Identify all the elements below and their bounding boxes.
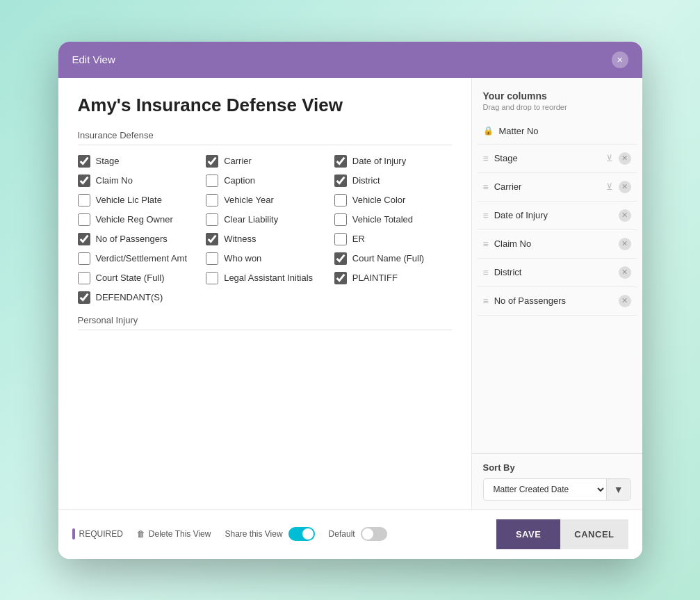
edit-view-modal: Edit View × Amy's Insurance Defense View… xyxy=(58,42,642,559)
checkbox-item-0-4[interactable]: Caption xyxy=(206,175,323,187)
drag-handle-icon[interactable]: ≡ xyxy=(483,295,489,307)
checkbox-0-10[interactable] xyxy=(206,213,218,226)
checkbox-label-0-11: Vehicle Totaled xyxy=(352,214,413,225)
checkbox-0-21[interactable] xyxy=(78,291,90,304)
checkbox-item-0-3[interactable]: Claim No xyxy=(78,175,195,187)
drag-handle-icon[interactable]: ≡ xyxy=(483,238,489,250)
checkbox-0-13[interactable] xyxy=(206,233,218,245)
share-toggle[interactable] xyxy=(288,527,315,541)
checkbox-item-0-12[interactable]: No of Passengers xyxy=(78,233,195,245)
drag-handle-icon[interactable]: ≡ xyxy=(483,153,489,164)
checkbox-0-11[interactable] xyxy=(334,213,347,226)
filter-icon[interactable]: ⊻ xyxy=(606,153,613,163)
checkbox-item-0-11[interactable]: Vehicle Totaled xyxy=(334,213,452,226)
share-slider xyxy=(288,527,315,541)
checkbox-label-0-12: No of Passengers xyxy=(96,234,168,244)
default-toggle-group: Default xyxy=(329,527,387,541)
checkbox-item-0-13[interactable]: Witness xyxy=(206,233,323,245)
checkbox-0-20[interactable] xyxy=(334,272,347,284)
modal-body: Amy's Insurance Defense View Insurance D… xyxy=(58,78,642,509)
drag-handle-icon[interactable]: ≡ xyxy=(483,267,489,278)
checkbox-item-0-6[interactable]: Vehicle Lic Plate xyxy=(78,194,195,206)
checkbox-0-7[interactable] xyxy=(206,194,218,206)
checkbox-item-0-9[interactable]: Vehicle Reg Owner xyxy=(78,213,195,226)
column-row: ≡Stage⊻✕ xyxy=(478,145,637,173)
remove-column-button[interactable]: ✕ xyxy=(619,295,631,307)
required-badge: REQUIRED xyxy=(72,528,123,540)
checkbox-label-0-7: Vehicle Year xyxy=(224,195,274,205)
default-toggle[interactable] xyxy=(361,527,387,541)
lock-icon: 🔒 xyxy=(483,126,494,136)
checkbox-0-18[interactable] xyxy=(78,272,90,284)
section-0: Insurance DefenseStageCarrierDate of Inj… xyxy=(78,130,452,304)
checkbox-label-0-18: Court State (Full) xyxy=(96,273,165,283)
checkbox-0-3[interactable] xyxy=(78,175,90,187)
checkbox-item-0-19[interactable]: Legal Assistant Initials xyxy=(206,272,323,284)
checkbox-0-14[interactable] xyxy=(334,233,347,245)
checkbox-0-1[interactable] xyxy=(206,155,218,168)
sort-direction-button[interactable]: ▼ xyxy=(606,479,630,500)
column-row: ≡District✕ xyxy=(478,259,637,287)
checkbox-item-0-14[interactable]: ER xyxy=(334,233,452,245)
checkbox-item-0-21[interactable]: DEFENDANT(S) xyxy=(78,291,195,304)
checkbox-item-0-15[interactable]: Verdict/Settlement Amt xyxy=(78,252,195,265)
remove-column-button[interactable]: ✕ xyxy=(619,266,631,279)
checkbox-item-0-2[interactable]: Date of Injury xyxy=(334,155,452,168)
checkbox-0-2[interactable] xyxy=(334,155,347,168)
remove-column-button[interactable]: ✕ xyxy=(619,152,631,165)
checkbox-0-6[interactable] xyxy=(78,194,90,206)
checkbox-0-16[interactable] xyxy=(206,252,218,265)
modal-footer: REQUIRED 🗑 Delete This View Share this V… xyxy=(58,509,642,559)
checkbox-item-0-20[interactable]: PLAINTIFF xyxy=(334,272,452,284)
checkbox-label-0-10: Clear Liability xyxy=(224,214,278,225)
checkbox-label-0-9: Vehicle Reg Owner xyxy=(96,214,173,225)
save-button[interactable]: SAVE xyxy=(496,519,560,549)
column-name-label: Date of Injury xyxy=(494,210,613,220)
checkbox-item-0-8[interactable]: Vehicle Color xyxy=(334,194,452,206)
checkbox-0-0[interactable] xyxy=(78,155,90,168)
column-name-label: District xyxy=(494,267,613,277)
sort-label: Sort By xyxy=(483,462,631,473)
checkbox-item-0-18[interactable]: Court State (Full) xyxy=(78,272,195,284)
checkbox-0-17[interactable] xyxy=(334,252,347,265)
checkbox-0-12[interactable] xyxy=(78,233,90,245)
view-title: Amy's Insurance Defense View xyxy=(78,95,452,116)
checkbox-label-0-15: Verdict/Settlement Amt xyxy=(96,253,188,263)
your-columns-subtitle: Drag and drop to reorder xyxy=(483,103,631,111)
cancel-button[interactable]: CANCEL xyxy=(560,519,628,549)
section-title-1: Personal Injury xyxy=(78,315,452,330)
checkbox-item-0-0[interactable]: Stage xyxy=(78,155,195,168)
sort-select[interactable]: Matter Created DateStageCarrierDate of I… xyxy=(484,479,606,500)
checkbox-0-4[interactable] xyxy=(206,175,218,187)
checkbox-label-0-1: Carrier xyxy=(224,156,252,166)
column-name-label: Carrier xyxy=(494,181,601,192)
close-button[interactable]: × xyxy=(612,51,628,68)
checkbox-item-0-5[interactable]: District xyxy=(334,175,452,187)
checkbox-item-0-16[interactable]: Who won xyxy=(206,252,323,265)
checkbox-item-0-17[interactable]: Court Name (Full) xyxy=(334,252,452,265)
remove-column-button[interactable]: ✕ xyxy=(619,238,631,250)
checkbox-label-0-5: District xyxy=(352,175,380,186)
column-name-label: Claim No xyxy=(494,238,613,249)
share-toggle-group: Share this View xyxy=(225,527,314,541)
checkbox-0-15[interactable] xyxy=(78,252,90,265)
checkbox-label-0-19: Legal Assistant Initials xyxy=(224,273,313,283)
checkbox-item-0-1[interactable]: Carrier xyxy=(206,155,323,168)
sort-dropdown[interactable]: Matter Created DateStageCarrierDate of I… xyxy=(483,478,631,501)
checkbox-0-9[interactable] xyxy=(78,213,90,226)
checkbox-label-0-0: Stage xyxy=(96,156,120,166)
column-name-label: No of Passengers xyxy=(494,295,613,306)
filter-icon[interactable]: ⊻ xyxy=(606,181,613,192)
column-name-label: Matter No xyxy=(499,126,631,136)
delete-view-button[interactable]: 🗑 Delete This View xyxy=(137,529,211,539)
checkbox-item-0-10[interactable]: Clear Liability xyxy=(206,213,323,226)
checkbox-0-19[interactable] xyxy=(206,272,218,284)
checkbox-item-0-7[interactable]: Vehicle Year xyxy=(206,194,323,206)
remove-column-button[interactable]: ✕ xyxy=(619,209,631,222)
required-bar xyxy=(72,528,75,540)
checkbox-0-8[interactable] xyxy=(334,194,347,206)
drag-handle-icon[interactable]: ≡ xyxy=(483,181,489,193)
drag-handle-icon[interactable]: ≡ xyxy=(483,210,489,221)
checkbox-0-5[interactable] xyxy=(334,175,347,187)
remove-column-button[interactable]: ✕ xyxy=(619,181,631,193)
